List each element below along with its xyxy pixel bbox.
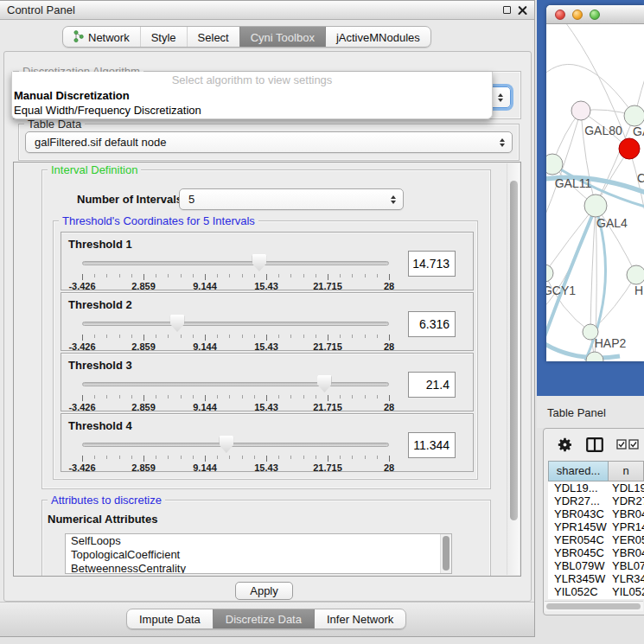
- network-graph[interactable]: GAL80 GA C GAL11 GAL4 GCY1 H HAP2: [546, 24, 644, 361]
- scrollbar-thumb[interactable]: [510, 181, 518, 520]
- popup-option-manual[interactable]: Manual Discretization: [14, 89, 130, 102]
- node[interactable]: [627, 265, 644, 284]
- slider-thumb[interactable]: [317, 375, 332, 392]
- tab-select[interactable]: Select: [187, 27, 239, 47]
- checkbox-icon[interactable]: [616, 439, 627, 450]
- node[interactable]: [546, 265, 553, 282]
- slider-ticks: -3.4262.8599.14415.4321.71528: [82, 274, 389, 291]
- network-window: GAL80 GA C GAL11 GAL4 GCY1 H HAP2: [546, 5, 644, 361]
- network-view-panel: GAL80 GA C GAL11 GAL4 GCY1 H HAP2: [537, 0, 644, 396]
- numerical-attributes-list[interactable]: SelfLoops TopologicalCoefficient Between…: [65, 533, 452, 574]
- column-header-shared-name[interactable]: shared...: [548, 461, 609, 481]
- tab-network[interactable]: Network: [63, 27, 140, 47]
- table-data-combobox[interactable]: galFiltered.sif default node: [25, 131, 513, 153]
- threshold-panel-1: Threshold 1 -3.4262.8599.14415.4321.7152…: [61, 232, 474, 290]
- gear-icon[interactable]: [557, 437, 573, 453]
- list-scrollbar[interactable]: [440, 534, 451, 573]
- thresholds-group-label: Threshold's Coordinates for 5 Intervals: [59, 214, 258, 227]
- threshold-label: Threshold 3: [68, 359, 132, 372]
- threshold-value-field[interactable]: 6.316: [408, 311, 456, 337]
- number-of-intervals-combobox[interactable]: 5: [179, 188, 404, 210]
- close-button[interactable]: [555, 10, 565, 20]
- threshold-slider[interactable]: -3.4262.8599.14415.4321.71528: [82, 253, 389, 290]
- combo-arrows-icon: [391, 195, 396, 204]
- table-row[interactable]: YDL19...YDL19...: [548, 481, 644, 494]
- threshold-value-field[interactable]: 11.344: [408, 432, 456, 458]
- list-item[interactable]: BetweennessCentrality: [66, 562, 451, 574]
- table-row[interactable]: YBR043CYBR043C: [548, 507, 644, 520]
- table-row[interactable]: YER054CYER054C: [548, 533, 644, 546]
- tab-label: Discretize Data: [226, 612, 302, 627]
- close-icon[interactable]: [518, 5, 527, 15]
- list-item[interactable]: SelfLoops: [66, 534, 451, 548]
- node-selected-red[interactable]: [619, 138, 640, 159]
- threshold-slider[interactable]: -3.4262.8599.14415.4321.71528: [82, 374, 389, 411]
- slider-track[interactable]: [82, 382, 389, 386]
- apply-button[interactable]: Apply: [235, 582, 293, 600]
- numerical-attributes-heading: Numerical Attributes: [48, 513, 157, 526]
- list-item[interactable]: TopologicalCoefficient: [66, 548, 451, 562]
- tab-label: jActiveMNodules: [336, 30, 420, 45]
- threshold-slider[interactable]: -3.4262.8599.14415.4321.71528: [82, 435, 389, 471]
- table-data-selected: galFiltered.sif default node: [35, 136, 166, 149]
- table-row[interactable]: YIL052CYIL052C: [548, 585, 644, 598]
- window-title: Control Panel: [7, 3, 75, 16]
- control-panel-titlebar[interactable]: Control Panel: [0, 1, 534, 20]
- column-header-name[interactable]: n: [609, 461, 644, 481]
- scrollbar-thumb[interactable]: [546, 603, 641, 609]
- checkbox-icons[interactable]: [616, 439, 639, 450]
- tab-jactivemnodules[interactable]: jActiveMNodules: [325, 27, 430, 47]
- stage: Control Panel Network Style Select Cyni …: [0, 0, 644, 644]
- table-row[interactable]: YPR145WYPR145W: [548, 520, 644, 533]
- slider-track[interactable]: [82, 322, 389, 326]
- popup-option-equal-width[interactable]: Equal Width/Frequency Discretization: [14, 104, 201, 117]
- popup-prompt-item: Select algorithm to view settings: [12, 73, 492, 86]
- slider-ticks: -3.4262.8599.14415.4321.71528: [82, 395, 389, 412]
- tab-infer-network[interactable]: Infer Network: [314, 609, 405, 628]
- zoom-button[interactable]: [590, 10, 600, 20]
- node[interactable]: [571, 101, 590, 120]
- settings-scrollbar[interactable]: [507, 163, 520, 575]
- tab-style[interactable]: Style: [140, 27, 187, 47]
- scrollbar-thumb[interactable]: [443, 536, 450, 571]
- table-row[interactable]: YLR345WYLR345W: [548, 572, 644, 585]
- threshold-label: Threshold 1: [68, 238, 132, 251]
- tab-impute-data[interactable]: Impute Data: [127, 609, 213, 628]
- combo-arrows-icon: [498, 93, 503, 102]
- table-header: shared... n: [548, 461, 644, 481]
- nodes[interactable]: [546, 101, 644, 361]
- float-window-icon[interactable]: [503, 6, 511, 14]
- threshold-value-field[interactable]: 21.4: [408, 372, 456, 398]
- table-row[interactable]: YDR27...YDR27...: [548, 494, 644, 507]
- minimize-button[interactable]: [572, 10, 583, 20]
- table-data-group-label: Table Data: [24, 118, 85, 131]
- threshold-slider[interactable]: -3.4262.8599.14415.4321.71528: [82, 314, 389, 350]
- slider-track[interactable]: [82, 261, 389, 265]
- tab-label: Infer Network: [327, 612, 393, 627]
- thresholds-group: Threshold's Coordinates for 5 Intervals …: [53, 220, 478, 480]
- tab-discretize-data[interactable]: Discretize Data: [213, 609, 314, 628]
- table-panel-title: Table Panel: [537, 396, 644, 428]
- node[interactable]: [624, 105, 644, 126]
- cyni-toolbox-panel: Discretization Algorithm Table Data galF…: [3, 51, 532, 602]
- slider-track[interactable]: [82, 443, 389, 447]
- node-label: GA: [633, 124, 644, 138]
- node[interactable]: [546, 154, 563, 175]
- table-row[interactable]: YBL079WYBL079W: [548, 559, 644, 572]
- node[interactable]: [584, 194, 607, 217]
- threshold-label: Threshold 4: [68, 419, 132, 432]
- network-window-titlebar[interactable]: [546, 5, 644, 24]
- table-hscrollbar[interactable]: [545, 601, 643, 611]
- network-canvas[interactable]: GAL80 GA C GAL11 GAL4 GCY1 H HAP2: [546, 24, 644, 361]
- slider-thumb[interactable]: [170, 315, 185, 332]
- checkbox-icon[interactable]: [628, 439, 639, 450]
- slider-thumb[interactable]: [252, 254, 266, 271]
- slider-thumb[interactable]: [219, 436, 233, 453]
- threshold-panel-2: Threshold 2 -3.4262.8599.14415.4321.7152…: [61, 292, 474, 351]
- node-label: H: [634, 284, 643, 297]
- columns-icon[interactable]: [586, 437, 603, 452]
- table-row[interactable]: YBR045CYBR045C: [548, 546, 644, 559]
- tab-cyni-toolbox[interactable]: Cyni Toolbox: [239, 27, 325, 47]
- tab-label: Impute Data: [139, 612, 201, 627]
- threshold-value-field[interactable]: 14.713: [408, 251, 456, 277]
